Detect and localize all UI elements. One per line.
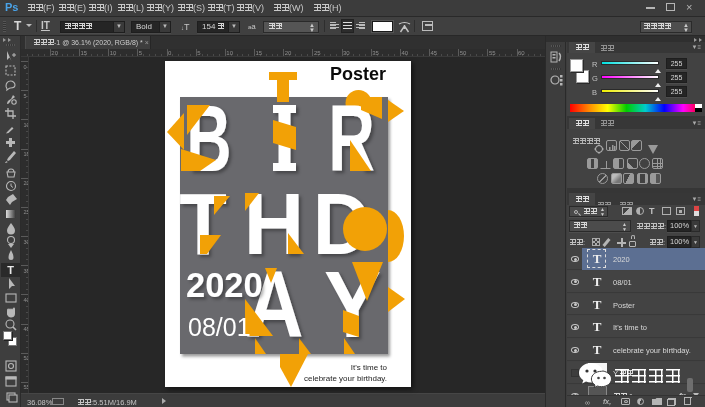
svg-text:T: T (7, 264, 14, 276)
svg-text:celebrate your birthday.: celebrate your birthday. (304, 374, 387, 383)
svg-text:T: T (179, 175, 227, 273)
svg-text:Poster: Poster (330, 64, 386, 84)
svg-text:It's time to: It's time to (351, 363, 388, 372)
svg-text:08/01: 08/01 (188, 313, 251, 341)
svg-text:2020: 2020 (186, 266, 263, 304)
